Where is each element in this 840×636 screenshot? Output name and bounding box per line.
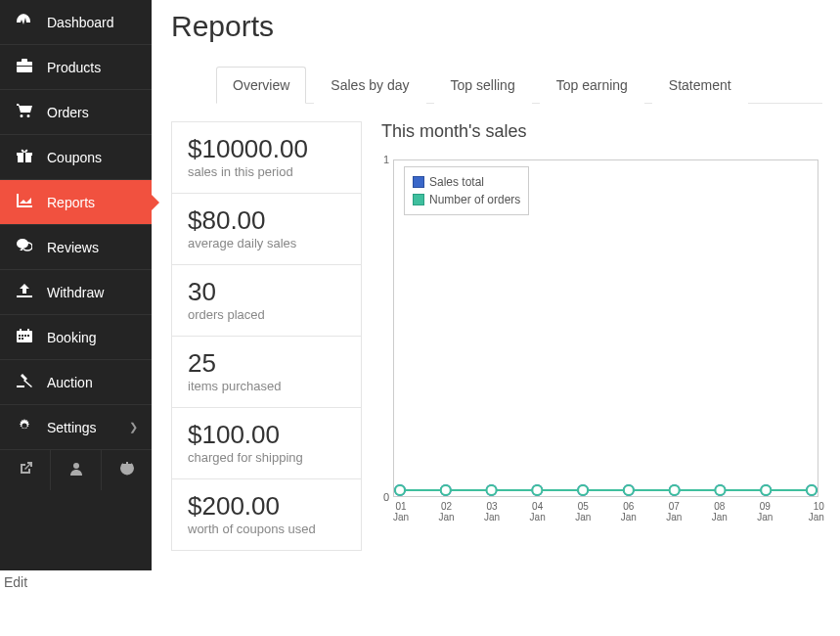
svg-point-18 bbox=[73, 463, 79, 469]
sidebar: Dashboard Products Orders Coupons Report… bbox=[0, 0, 152, 570]
edit-link[interactable]: Edit bbox=[0, 570, 840, 590]
svg-rect-2 bbox=[17, 66, 32, 67]
stat-shipping: $100.00 charged for shipping bbox=[171, 407, 362, 478]
chart-svg bbox=[394, 160, 818, 496]
tab-statement[interactable]: Statement bbox=[652, 67, 748, 104]
user-button[interactable] bbox=[51, 450, 102, 490]
svg-point-39 bbox=[807, 485, 817, 495]
stat-label: orders placed bbox=[188, 307, 345, 322]
x-tick-label: 01 Jan bbox=[387, 501, 415, 522]
stat-coupons: $200.00 worth of coupons used bbox=[171, 478, 362, 551]
main-content: Reports Overview Sales by day Top sellin… bbox=[152, 0, 840, 570]
tab-top-selling[interactable]: Top selling bbox=[434, 67, 532, 104]
stats-column: $10000.00 sales in this period $80.00 av… bbox=[171, 121, 362, 551]
stat-value: 25 bbox=[188, 348, 345, 379]
stat-label: worth of coupons used bbox=[188, 522, 345, 536]
svg-point-35 bbox=[624, 485, 634, 495]
sidebar-item-reviews[interactable]: Reviews bbox=[0, 225, 152, 270]
svg-rect-9 bbox=[19, 335, 21, 337]
gift-icon bbox=[14, 149, 35, 165]
stat-label: items purchased bbox=[188, 379, 345, 393]
svg-rect-15 bbox=[20, 329, 22, 332]
x-tick-label: 07 Jan bbox=[660, 501, 687, 522]
sidebar-item-withdraw[interactable]: Withdraw bbox=[0, 270, 152, 315]
stat-label: charged for shipping bbox=[188, 450, 345, 465]
stat-value: 30 bbox=[188, 277, 345, 307]
chart-column: This month's sales 1 0 Sales total N bbox=[381, 121, 822, 551]
svg-point-38 bbox=[761, 485, 771, 495]
x-tick-label: 10 Jan bbox=[797, 501, 824, 522]
chart-title: This month's sales bbox=[381, 121, 822, 142]
stat-avg-daily: $80.00 average daily sales bbox=[171, 193, 362, 264]
y-axis-max: 1 bbox=[383, 154, 389, 165]
svg-point-31 bbox=[441, 485, 451, 495]
page-title: Reports bbox=[171, 10, 822, 43]
sidebar-item-label: Reviews bbox=[47, 240, 99, 255]
gavel-icon bbox=[14, 374, 35, 390]
report-tabs: Overview Sales by day Top selling Top ea… bbox=[216, 67, 822, 104]
cart-icon bbox=[14, 104, 35, 120]
svg-rect-0 bbox=[17, 62, 32, 72]
sidebar-item-label: Withdraw bbox=[47, 285, 104, 300]
external-link-button[interactable] bbox=[0, 450, 51, 490]
chart-area: Sales total Number of orders bbox=[393, 159, 818, 497]
comments-icon bbox=[14, 239, 35, 255]
sidebar-item-reports[interactable]: Reports bbox=[0, 180, 152, 225]
sidebar-item-label: Orders bbox=[47, 105, 89, 120]
sidebar-item-label: Coupons bbox=[47, 150, 102, 165]
chart-icon bbox=[14, 194, 35, 210]
sidebar-bottom-bar bbox=[0, 450, 152, 490]
tab-top-earning[interactable]: Top earning bbox=[540, 67, 644, 104]
sidebar-item-dashboard[interactable]: Dashboard bbox=[0, 0, 152, 45]
gear-icon bbox=[14, 419, 35, 435]
power-button[interactable] bbox=[102, 450, 152, 490]
sidebar-item-label: Dashboard bbox=[47, 15, 114, 30]
svg-point-33 bbox=[532, 485, 542, 495]
x-tick-label: 04 Jan bbox=[524, 501, 552, 522]
sidebar-item-label: Reports bbox=[47, 195, 95, 210]
x-tick-label: 06 Jan bbox=[615, 501, 642, 522]
svg-point-36 bbox=[670, 485, 680, 495]
chevron-right-icon: ❯ bbox=[129, 421, 138, 433]
x-tick-label: 09 Jan bbox=[751, 501, 778, 522]
sidebar-item-settings[interactable]: Settings ❯ bbox=[0, 405, 152, 450]
sidebar-item-label: Settings bbox=[47, 420, 97, 435]
calendar-icon bbox=[14, 329, 35, 345]
stat-value: $200.00 bbox=[188, 491, 345, 522]
svg-point-34 bbox=[578, 485, 588, 495]
svg-rect-12 bbox=[27, 335, 29, 337]
stat-label: average daily sales bbox=[188, 236, 345, 250]
svg-point-30 bbox=[395, 485, 405, 495]
stat-value: $100.00 bbox=[188, 420, 345, 450]
svg-point-32 bbox=[487, 485, 497, 495]
sidebar-item-products[interactable]: Products bbox=[0, 45, 152, 90]
x-tick-label: 02 Jan bbox=[433, 501, 461, 522]
svg-rect-5 bbox=[23, 153, 25, 162]
svg-rect-14 bbox=[22, 338, 23, 340]
x-tick-label: 03 Jan bbox=[478, 501, 506, 522]
svg-rect-19 bbox=[126, 462, 128, 469]
stat-label: sales in this period bbox=[188, 164, 345, 179]
x-axis-labels: 01 Jan02 Jan03 Jan04 Jan05 Jan06 Jan07 J… bbox=[393, 497, 818, 522]
sidebar-item-label: Products bbox=[47, 60, 101, 75]
sidebar-item-booking[interactable]: Booking bbox=[0, 315, 152, 360]
svg-point-37 bbox=[715, 485, 725, 495]
sidebar-item-auction[interactable]: Auction bbox=[0, 360, 152, 405]
dashboard-icon bbox=[14, 14, 35, 30]
svg-rect-1 bbox=[22, 59, 27, 63]
sidebar-item-label: Booking bbox=[47, 330, 97, 345]
svg-rect-11 bbox=[24, 335, 26, 337]
stat-value: $10000.00 bbox=[188, 134, 345, 164]
stat-sales-period: $10000.00 sales in this period bbox=[171, 121, 362, 193]
sidebar-item-orders[interactable]: Orders bbox=[0, 90, 152, 135]
tab-sales-by-day[interactable]: Sales by day bbox=[314, 67, 425, 104]
svg-point-17 bbox=[22, 424, 26, 428]
sidebar-item-coupons[interactable]: Coupons bbox=[0, 135, 152, 180]
tab-overview[interactable]: Overview bbox=[216, 67, 306, 104]
stat-value: $80.00 bbox=[188, 205, 345, 236]
svg-rect-10 bbox=[22, 335, 23, 337]
stat-items-purchased: 25 items purchased bbox=[171, 336, 362, 407]
briefcase-icon bbox=[14, 59, 35, 75]
sidebar-item-label: Auction bbox=[47, 375, 93, 390]
x-tick-label: 08 Jan bbox=[706, 501, 733, 522]
